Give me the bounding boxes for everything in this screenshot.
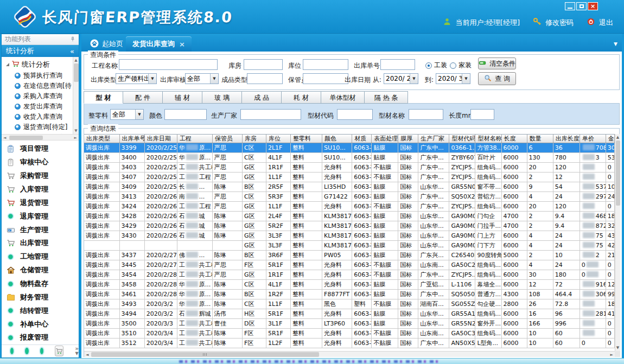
tree-expander-icon[interactable] <box>6 63 9 66</box>
minimize-button[interactable] <box>565 2 575 10</box>
table-row[interactable]: 调拨出库34292020/2/26石城陈琳G区5R2F整料KLM38176063… <box>84 221 615 231</box>
grid-vertical-scrollbar[interactable]: ▲ ▼ <box>615 134 620 351</box>
column-header[interactable]: 出库类型 <box>84 135 119 143</box>
material-tab-玻璃[interactable]: 玻 璃 <box>202 91 242 104</box>
sidebar-item-工地管理[interactable]: 工地管理 <box>6 250 79 264</box>
profile-code-input[interactable] <box>337 109 373 120</box>
sidebar-item-退货管理[interactable]: 退货管理 <box>6 196 79 209</box>
table-row[interactable]: 调拨出库34282020/2/26石城陈琳G区2L4F整料KLM38176063… <box>84 212 615 221</box>
change-password-button[interactable]: 修改密码 <box>545 18 574 28</box>
grid-horizontal-scrollbar[interactable]: ◄ ► <box>84 351 615 357</box>
table-row[interactable]: 调拨出库35002020/3/3工共工程曹佳D区3L1F整料LT3P606063… <box>84 319 615 329</box>
column-header[interactable]: 金额 <box>606 135 614 143</box>
scrollbar-thumb[interactable] <box>9 136 43 140</box>
scroll-down-icon[interactable]: ▼ <box>615 346 620 350</box>
table-row[interactable]: 调拨出库34132020/2/26南...严思C区5R3F整料G71422606… <box>84 192 615 202</box>
more-modules-button[interactable]: »▼ <box>75 347 79 355</box>
tree-item[interactable]: 收货入库查询 <box>2 112 79 122</box>
scroll-right-icon[interactable]: ► <box>610 353 613 357</box>
scroll-down-icon[interactable]: ▼ <box>73 129 79 133</box>
column-header[interactable]: 材质 <box>352 135 372 143</box>
sidebar-item-退库管理[interactable]: 退库管理 <box>6 209 79 223</box>
column-header[interactable]: 型材代码 <box>449 135 475 143</box>
search-button[interactable]: 查 询 <box>478 72 516 85</box>
sidebar-item-补单中心[interactable]: 补单中心 <box>6 317 79 331</box>
tree-vertical-scrollbar[interactable]: ▲ ▼ <box>73 57 79 134</box>
keeper-input[interactable] <box>303 73 348 84</box>
collapse-icon[interactable]: « <box>70 47 74 55</box>
scroll-left-icon[interactable]: ◄ <box>3 136 6 140</box>
scrollbar-thumb[interactable] <box>74 63 79 82</box>
table-row[interactable]: 调拨出库34942020/3/2石辉城汤伟H区5R1F整料光身料6063-T5贴… <box>84 309 615 319</box>
tree-item[interactable]: 预算执行查询 <box>2 71 79 81</box>
column-header[interactable]: 整零料 <box>291 135 322 143</box>
module-dot-icon[interactable] <box>25 348 28 354</box>
scrollbar-thumb[interactable] <box>91 352 319 357</box>
table-row[interactable]: 调拨出库34932020/3/2华原...陈琳C区1L1F整料黑色塑料不贴膜国标… <box>84 299 615 309</box>
sidebar-item-报废管理[interactable]: 报废管理 <box>6 331 79 344</box>
table-row[interactable]: 调拨出库34002020/2/25华原...严思C区4L1F整料SU10...6… <box>84 153 615 163</box>
sidebar-item-审核中心[interactable]: 审核中心 <box>6 156 79 169</box>
material-tab-成品[interactable]: 成 品 <box>242 91 282 104</box>
tree-item[interactable]: 在途信息查询[待 <box>2 81 79 91</box>
module-dot-icon[interactable] <box>10 348 14 354</box>
pin-icon[interactable] <box>70 36 75 43</box>
table-row[interactable]: 调拨出库34582020/2/28华原...陈琳C区4L1F整料光身料6063-… <box>84 280 615 290</box>
manufacturer-input[interactable] <box>240 109 301 120</box>
table-row[interactable]: 调拨出库34372020/2/27佛...陈琳B区3R6F整料PW056063-… <box>84 251 615 260</box>
order-no-input[interactable] <box>380 59 415 70</box>
table-row[interactable]: 调拨出库35122020/3/4工共工程陈琳F区1L2F整料光身料6063-T5… <box>84 339 615 348</box>
column-header[interactable]: 库位 <box>266 135 290 143</box>
tree-item[interactable]: 采购入库查询 <box>2 91 79 101</box>
column-header[interactable]: 工程 <box>177 135 212 143</box>
column-header[interactable]: 型材名称 <box>475 135 501 143</box>
sidebar-section-header[interactable]: 统计分析 « <box>2 45 79 57</box>
column-header[interactable]: 单价 <box>580 135 606 143</box>
sidebar-item-入库管理[interactable]: 入库管理 <box>6 183 79 196</box>
material-tab-隔热条[interactable]: 隔 热 条 <box>365 91 408 104</box>
table-row[interactable]: G区3L3F整料KLM38176063-T5贴膜国标山东华...GA90M09.… <box>84 241 615 251</box>
sidebar-item-采购管理[interactable]: 采购管理 <box>6 169 79 183</box>
column-header[interactable]: 数量 <box>527 135 553 143</box>
tree-root[interactable]: 统计分析 <box>2 57 79 71</box>
sidebar-item-仓储管理[interactable]: 仓储管理 <box>6 264 79 277</box>
tree-horizontal-scrollbar[interactable]: ◄ ► <box>2 134 79 141</box>
column-header[interactable]: 表面处理 <box>372 135 398 143</box>
tab-list-dropdown-icon[interactable]: ▼ <box>614 41 617 47</box>
column-header[interactable]: 保管员 <box>212 135 242 143</box>
sidebar-item-物料盘存[interactable]: 物料盘存 <box>6 277 79 291</box>
sidebar-item-生产管理[interactable]: 生产管理 <box>6 223 79 237</box>
tree-item[interactable]: 退货查询[待定] <box>2 122 79 132</box>
table-row[interactable]: 调拨出库34302020/2/26石城陈琳G区3L3F整料KLM38176063… <box>84 231 615 241</box>
table-row[interactable]: 调拨出库34612020/2/28华原...陈琳B区1R2F整料F8877FT6… <box>84 290 615 299</box>
column-header[interactable]: 生产厂家 <box>418 135 449 143</box>
date-to-picker[interactable]: 2020/ 3/16▼ <box>436 73 470 84</box>
column-header[interactable]: 库房 <box>242 135 266 143</box>
table-row[interactable]: 调拨出库34032020/2/25工共工程严思G区1R1F整料光身料6063-T… <box>84 163 615 173</box>
table-row[interactable]: 调拨出库34072020/2/25工工程严思G区1L1F整料光身料6063-T5… <box>84 173 615 182</box>
scroll-up-icon[interactable]: ▲ <box>73 58 79 62</box>
table-row[interactable]: 调拨出库34092020/2/25长...陈琳B区2R5F整料LI35HD606… <box>84 182 615 192</box>
material-tab-辅材[interactable]: 辅 材 <box>163 91 202 104</box>
material-tab-耗材[interactable]: 耗 材 <box>282 91 321 104</box>
table-row[interactable]: 调拨出库34242020/2/26工工程严思G区1L1F整料光身料6063-T5… <box>84 202 615 212</box>
clear-conditions-button[interactable]: 清空条件 <box>478 58 516 69</box>
scrollbar-thumb[interactable] <box>616 141 620 206</box>
tab-home[interactable]: 起始页 <box>84 36 130 52</box>
material-tab-单体型材[interactable]: 单体型材 <box>321 91 365 104</box>
tree-item[interactable]: 发货出库查询 <box>2 101 79 112</box>
material-tab-配件[interactable]: 配 件 <box>123 91 163 104</box>
column-header[interactable]: 出库日期 <box>144 135 177 143</box>
tab-close-icon[interactable]: × <box>179 40 185 48</box>
outbound-type-select[interactable]: 生产领料出库▼ <box>116 73 157 84</box>
product-type-input[interactable] <box>247 73 283 84</box>
length-input[interactable] <box>470 109 494 120</box>
sidebar-item-结转管理[interactable]: 结转管理 <box>6 304 79 317</box>
maximize-button[interactable] <box>576 2 587 10</box>
radio-jiazhuang[interactable]: 家装 <box>450 61 472 70</box>
location-input[interactable] <box>303 59 348 70</box>
logout-button[interactable]: 退出 <box>599 18 613 28</box>
column-header[interactable]: 出库单号 <box>119 135 144 143</box>
sidebar-item-出库管理[interactable]: 出库管理 <box>6 237 79 250</box>
module-dot-icon[interactable] <box>40 348 43 354</box>
